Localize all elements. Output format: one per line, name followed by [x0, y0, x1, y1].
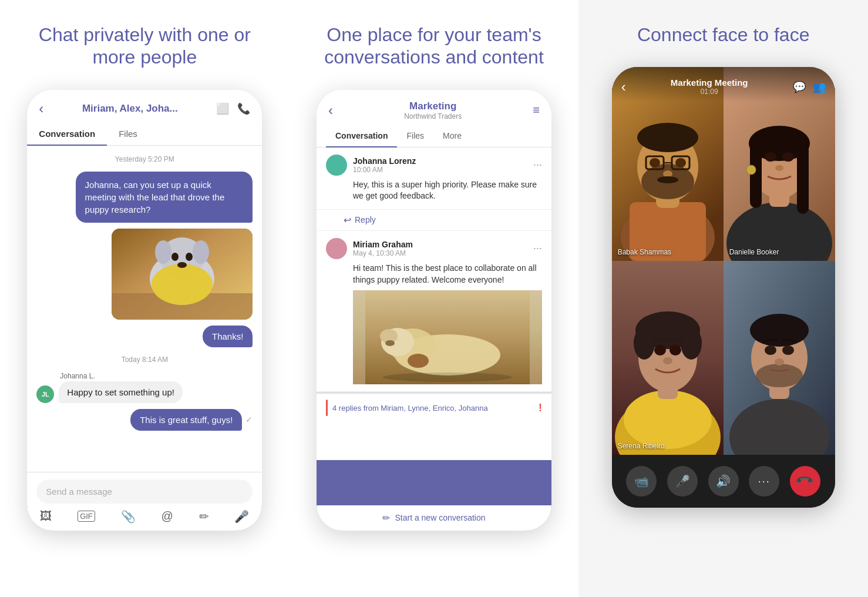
- svg-point-7: [186, 253, 193, 261]
- svg-point-41: [746, 165, 756, 175]
- chat-icon[interactable]: 💬: [793, 81, 806, 93]
- meeting-time: 01:09: [671, 88, 748, 96]
- svg-point-29: [650, 158, 660, 167]
- reply-label[interactable]: Reply: [355, 215, 376, 224]
- msg-row-johanna: JL Johanna L. Happy to set something up!: [36, 372, 253, 403]
- back-button[interactable]: ‹: [39, 100, 43, 117]
- meeting-title: Marketing Meeting: [671, 78, 748, 88]
- msg-time-johanna: 10:00 AM: [353, 166, 527, 174]
- channel-name: Marketing: [404, 100, 462, 112]
- svg-point-51: [634, 327, 655, 360]
- msg-bubble-1: Johanna, can you set up a quick meeting …: [76, 172, 253, 223]
- svg-point-32: [657, 176, 678, 183]
- svg-point-52: [681, 327, 702, 360]
- replies-text: 4 replies from Miriam, Lynne, Enrico, Jo…: [332, 404, 534, 412]
- phone-call-icon[interactable]: 📞: [237, 102, 250, 115]
- participants-icon[interactable]: 👥: [813, 81, 826, 93]
- svg-point-42: [765, 152, 776, 162]
- send-message-input[interactable]: Send a message: [36, 479, 253, 504]
- msg-card-johanna: Johanna Lorenz 10:00 AM ··· Hey, this is…: [317, 147, 551, 210]
- replies-accent: [326, 400, 328, 416]
- msg-card-header-johanna: Johanna Lorenz 10:00 AM ···: [326, 155, 542, 176]
- phone-2: ‹ Marketing Northwind Traders ≡ Conversa…: [317, 90, 551, 531]
- svg-point-54: [669, 345, 681, 355]
- draw-icon[interactable]: ✏: [199, 509, 209, 524]
- panel3-headline: Connect face to face: [637, 24, 810, 46]
- camera-icon: 📹: [634, 474, 649, 488]
- tab-files-2[interactable]: Files: [397, 125, 433, 147]
- svg-point-16: [385, 340, 395, 346]
- msg-meta-miriam: Miriam Graham May 4, 10:30 AM: [353, 240, 527, 257]
- video-call-icon[interactable]: ⬜: [216, 102, 229, 115]
- attach-icon[interactable]: 📎: [121, 509, 136, 524]
- tab-bar-2: Conversation Files More: [317, 125, 551, 147]
- toolbar-1: 🖼 GIF 📎 @ ✏ 🎤: [36, 509, 253, 524]
- back-button-2[interactable]: ‹: [328, 102, 333, 119]
- phone-3: ‹ Marketing Meeting 01:09 💬 👥: [612, 67, 835, 508]
- msg-card-header-miriam: Miriam Graham May 4, 10:30 AM ···: [326, 238, 542, 259]
- video-title-wrap: Marketing Meeting 01:09: [671, 78, 748, 96]
- video-controls: 📹 🎤 🔊 ··· 📞: [612, 455, 835, 508]
- tab-files-1[interactable]: Files: [107, 123, 149, 145]
- replies-alert-icon: !: [539, 402, 542, 414]
- svg-point-30: [675, 158, 686, 167]
- dog-photo-2: [353, 290, 542, 384]
- end-call-button[interactable]: 📞: [790, 466, 820, 497]
- speaker-button[interactable]: 🔊: [708, 466, 739, 497]
- sender-name-johanna: Johanna L.: [60, 372, 183, 380]
- mic-icon[interactable]: 🎤: [234, 509, 249, 524]
- svg-point-8: [177, 262, 187, 268]
- mic-toggle-button[interactable]: 🎤: [667, 466, 698, 497]
- avatar-johanna: JL: [36, 385, 54, 403]
- svg-point-43: [782, 152, 794, 162]
- svg-point-9: [155, 240, 171, 264]
- panel1-headline: Chat privately with one or more people: [33, 24, 256, 69]
- tab-conversation-2[interactable]: Conversation: [326, 125, 397, 147]
- channel-title-wrap: Marketing Northwind Traders: [404, 100, 462, 120]
- mention-icon[interactable]: @: [161, 509, 173, 523]
- gif-icon[interactable]: GIF: [78, 511, 95, 522]
- msg-image-2: [353, 290, 542, 384]
- svg-point-61: [756, 364, 803, 387]
- header-actions: ⬜ 📞: [216, 102, 250, 115]
- svg-point-64: [775, 358, 784, 365]
- menu-icon[interactable]: ≡: [533, 103, 540, 117]
- msg-bubble-2: Thanks!: [203, 326, 253, 347]
- more-options-button[interactable]: ···: [749, 466, 779, 497]
- msg-meta-johanna: Johanna Lorenz 10:00 AM: [353, 156, 527, 174]
- label-serena: Serena Ribeiro: [618, 442, 665, 450]
- replies-bar[interactable]: 4 replies from Miriam, Lynne, Enrico, Jo…: [317, 392, 551, 422]
- timestamp-2: Today 8:14 AM: [36, 355, 253, 364]
- reply-arrow-icon: ↩: [344, 214, 351, 226]
- end-call-icon: 📞: [795, 471, 816, 492]
- avatar-miriam: [326, 238, 347, 259]
- svg-point-25: [637, 123, 698, 152]
- msg-image-1: [112, 229, 253, 320]
- tab-more-2[interactable]: More: [433, 125, 471, 147]
- svg-point-6: [171, 253, 179, 261]
- msg-left-wrap: Johanna L. Happy to set something up!: [59, 372, 183, 403]
- msg-more-johanna[interactable]: ···: [533, 159, 542, 171]
- svg-point-53: [654, 345, 666, 355]
- back-button-3[interactable]: ‹: [621, 79, 626, 95]
- video-header: ‹ Marketing Meeting 01:09 💬 👥: [612, 67, 835, 102]
- video-toggle-button[interactable]: 📹: [626, 466, 657, 497]
- speaker-icon: 🔊: [716, 474, 731, 488]
- phone-1: ‹ Miriam, Alex, Joha... ⬜ 📞 Conversation…: [27, 90, 262, 531]
- image-icon[interactable]: 🖼: [40, 509, 52, 523]
- msg-time-miriam: May 4, 10:30 AM: [353, 249, 527, 257]
- msg-more-miriam[interactable]: ···: [533, 242, 542, 254]
- reply-link[interactable]: ↩ Reply: [317, 210, 551, 231]
- video-serena: [612, 261, 724, 455]
- svg-point-44: [775, 165, 783, 171]
- svg-point-18: [383, 373, 512, 382]
- tab-conversation-1[interactable]: Conversation: [27, 123, 107, 146]
- video-cell-4: [724, 261, 835, 455]
- chat-title: Miriam, Alex, Joha...: [82, 103, 178, 115]
- new-conversation-button[interactable]: ✏ Start a new conversation: [317, 505, 551, 531]
- panel2-headline: One place for your team's conversations …: [322, 24, 546, 69]
- new-convo-label[interactable]: Start a new conversation: [395, 513, 485, 522]
- panel-1: Chat privately with one or more people ‹…: [0, 0, 290, 597]
- msg-text-miriam: Hi team! This is the best place to colla…: [353, 263, 542, 286]
- svg-point-60: [750, 314, 809, 347]
